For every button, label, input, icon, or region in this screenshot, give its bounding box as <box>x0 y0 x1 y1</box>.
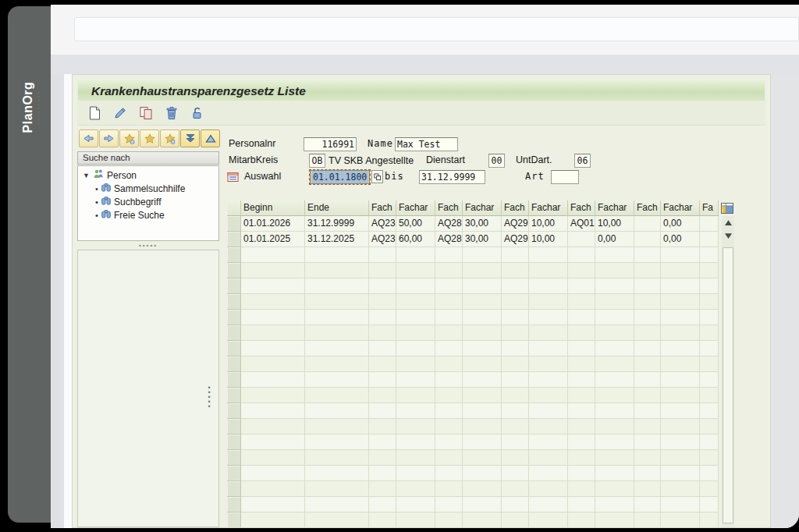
grid-cell[interactable] <box>661 294 700 310</box>
grid-cell[interactable] <box>502 466 529 481</box>
grid-cell[interactable] <box>700 325 719 341</box>
grid-cell[interactable]: 01.01.2025 <box>241 232 305 247</box>
grid-cell[interactable]: 30,00 <box>463 216 502 232</box>
grid-cell[interactable] <box>700 247 719 263</box>
grid-row-selector[interactable] <box>227 263 241 278</box>
grid-cell[interactable] <box>568 497 595 512</box>
grid-cell[interactable] <box>595 434 634 450</box>
grid-cell[interactable] <box>595 325 634 341</box>
grid-row-selector[interactable] <box>227 325 241 341</box>
grid-cell[interactable] <box>463 263 502 278</box>
grid-cell[interactable] <box>634 310 661 325</box>
grid-column-header[interactable]: Fachar <box>661 200 700 216</box>
grid-cell[interactable] <box>369 434 396 450</box>
grid-column-header[interactable]: Fach <box>568 200 595 216</box>
grid-cell[interactable] <box>369 497 396 512</box>
grid-cell[interactable]: 0,00 <box>661 216 700 232</box>
grid-cell[interactable] <box>396 403 435 419</box>
grid-cell[interactable] <box>396 294 435 310</box>
grid-cell[interactable] <box>396 434 435 450</box>
grid-row-selector[interactable] <box>227 450 241 466</box>
dienstart-field[interactable]: 00 <box>488 154 505 168</box>
grid-cell[interactable] <box>502 294 529 310</box>
grid-cell[interactable] <box>634 434 661 450</box>
grid-row-selector[interactable] <box>227 497 241 512</box>
personalnr-field[interactable]: 116991 <box>304 137 357 151</box>
grid-cell[interactable] <box>435 434 463 450</box>
favorite-icon[interactable] <box>140 129 159 147</box>
grid-cell[interactable] <box>700 450 719 466</box>
grid-cell[interactable]: AQ29 <box>502 216 529 232</box>
grid-cell[interactable] <box>634 497 661 512</box>
grid-cell[interactable] <box>634 403 661 419</box>
grid-cell[interactable]: AQ23 <box>369 232 396 247</box>
grid-cell[interactable] <box>634 481 661 497</box>
grid-cell[interactable] <box>463 450 502 466</box>
grid-cell[interactable] <box>634 247 661 263</box>
grid-cell[interactable] <box>502 341 529 356</box>
grid-cell[interactable] <box>369 278 396 294</box>
grid-cell[interactable] <box>305 247 369 263</box>
grid-cell[interactable] <box>305 419 369 434</box>
favorite-delete-icon[interactable] <box>160 129 179 147</box>
grid-cell[interactable] <box>568 450 595 466</box>
address-bar[interactable] <box>74 17 799 41</box>
grid-cell[interactable] <box>396 356 435 372</box>
grid-cell[interactable] <box>241 372 305 388</box>
grid-column-header[interactable]: Beginn <box>241 200 305 216</box>
grid-row-selector[interactable] <box>227 419 241 434</box>
grid-cell[interactable] <box>568 372 595 388</box>
grid-cell[interactable] <box>369 481 396 497</box>
grid-column-header[interactable]: Fa <box>700 200 719 216</box>
grid-cell[interactable] <box>634 419 661 434</box>
grid-cell[interactable] <box>305 356 369 372</box>
grid-cell[interactable] <box>568 325 595 341</box>
grid-cell[interactable] <box>241 356 305 372</box>
grid-cell[interactable] <box>661 372 700 388</box>
expand-all-icon[interactable] <box>180 129 200 147</box>
grid-cell[interactable] <box>502 325 529 341</box>
grid-cell[interactable] <box>595 294 634 310</box>
grid-cell[interactable] <box>595 310 634 325</box>
grid-cell[interactable] <box>396 481 435 497</box>
grid-cell[interactable] <box>435 341 463 356</box>
grid-cell[interactable] <box>435 419 463 434</box>
grid-cell[interactable] <box>463 388 502 403</box>
grid-cell[interactable] <box>502 419 529 434</box>
grid-cell[interactable] <box>502 278 529 294</box>
grid-cell[interactable] <box>700 512 719 527</box>
grid-cell[interactable] <box>595 481 634 497</box>
grid-row-selector[interactable] <box>227 372 241 388</box>
grid-cell[interactable]: AQ28 <box>435 232 463 247</box>
grid-cell[interactable] <box>435 325 463 341</box>
grid-cell[interactable]: 10,00 <box>595 216 634 232</box>
grid-cell[interactable] <box>700 263 719 278</box>
grid-cell[interactable] <box>595 341 634 356</box>
grid-cell[interactable] <box>502 356 529 372</box>
grid-cell[interactable]: 31.12.9999 <box>305 216 369 232</box>
grid-cell[interactable] <box>463 481 502 497</box>
grid-cell[interactable] <box>241 341 305 356</box>
grid-cell[interactable]: AQ23 <box>369 216 396 232</box>
grid-cell[interactable] <box>305 310 369 325</box>
favorite-add-icon[interactable] <box>119 129 139 147</box>
table-scrollbar[interactable] <box>722 216 734 527</box>
grid-cell[interactable] <box>305 450 369 466</box>
grid-cell[interactable] <box>396 310 435 325</box>
grid-cell[interactable]: 10,00 <box>529 216 568 232</box>
grid-cell[interactable] <box>634 278 661 294</box>
grid-column-header[interactable]: Ende <box>305 200 369 216</box>
grid-cell[interactable] <box>396 512 435 527</box>
grid-cell[interactable] <box>241 294 305 310</box>
scroll-up-icon[interactable] <box>722 216 734 229</box>
grid-cell[interactable] <box>661 512 700 527</box>
grid-cell[interactable] <box>369 325 396 341</box>
grid-row-selector[interactable] <box>227 466 241 481</box>
tree-item-freie-suche[interactable]: • Freie Suche <box>78 208 218 222</box>
grid-cell[interactable] <box>661 497 700 512</box>
grid-cell[interactable] <box>595 450 634 466</box>
scroll-down-icon[interactable] <box>722 229 734 243</box>
grid-cell[interactable] <box>463 341 502 356</box>
art-field[interactable] <box>551 170 579 184</box>
grid-cell[interactable] <box>241 450 305 466</box>
